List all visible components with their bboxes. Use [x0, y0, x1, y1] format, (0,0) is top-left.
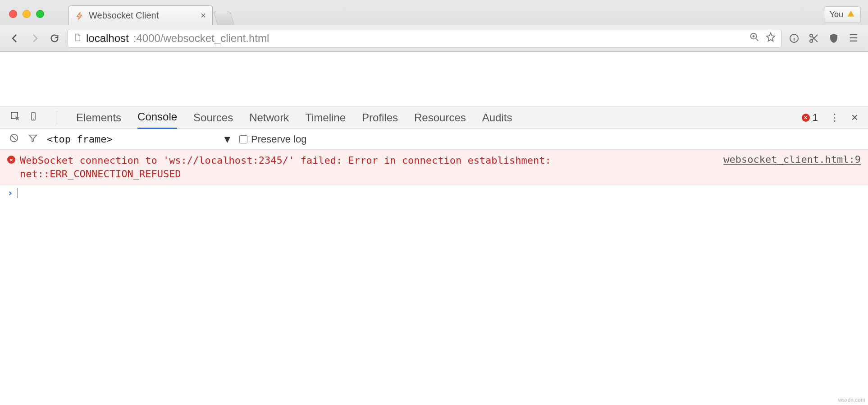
window-controls — [9, 10, 44, 18]
zoom-icon[interactable] — [749, 32, 759, 45]
tab-title: Websocket Client — [89, 10, 159, 21]
dropdown-caret-icon: ▼ — [224, 133, 230, 145]
devtools-tab-elements[interactable]: Elements — [76, 107, 121, 129]
divider — [57, 111, 57, 124]
console-error-source[interactable]: websocket_client.html:9 — [723, 154, 861, 165]
preserve-log-checkbox[interactable] — [239, 135, 247, 143]
browser-tab[interactable]: Websocket Client × — [69, 5, 213, 25]
prompt-caret-icon: › — [7, 187, 13, 198]
new-tab-button[interactable] — [213, 12, 235, 25]
devtools-tab-profiles[interactable]: Profiles — [362, 107, 398, 129]
svg-point-3 — [810, 40, 813, 42]
frame-selector-label: <top frame> — [47, 133, 113, 145]
profile-button[interactable]: You — [824, 6, 861, 23]
console-output: × WebSocket connection to 'ws://localhos… — [0, 150, 868, 404]
text-cursor — [18, 188, 18, 198]
tab-strip: Websocket Client × You — [0, 0, 868, 25]
console-error-row[interactable]: × WebSocket connection to 'ws://localhos… — [0, 150, 868, 184]
clear-console-icon[interactable] — [9, 133, 19, 146]
page-viewport — [0, 52, 868, 106]
devtools-tab-audits[interactable]: Audits — [482, 107, 512, 129]
devtools-tab-resources[interactable]: Resources — [414, 107, 466, 129]
devtools-tab-sources[interactable]: Sources — [193, 107, 233, 129]
extension-icons: ☰ — [788, 32, 860, 45]
omnibox-actions — [749, 32, 776, 45]
inspect-element-icon[interactable] — [10, 111, 21, 124]
window-close-button[interactable] — [9, 10, 17, 18]
browser-chrome: Websocket Client × You localhost:4000/we… — [0, 0, 868, 52]
frame-selector[interactable]: <top frame> ▼ — [47, 133, 230, 145]
tab-close-icon[interactable]: × — [201, 10, 206, 21]
error-count-badge[interactable]: × 1 — [802, 112, 818, 124]
devtools-close-icon[interactable]: × — [851, 110, 858, 124]
console-prompt[interactable]: › — [0, 184, 868, 201]
devtools-tab-console[interactable]: Console — [137, 106, 177, 129]
url-path: :4000/websocket_client.html — [133, 32, 270, 45]
browser-toolbar: localhost:4000/websocket_client.html ☰ — [0, 25, 868, 51]
error-count: 1 — [813, 112, 818, 124]
warning-icon — [847, 9, 855, 20]
address-bar[interactable]: localhost:4000/websocket_client.html — [68, 29, 781, 48]
window-maximize-button[interactable] — [36, 10, 44, 18]
ublock-shield-icon[interactable] — [827, 32, 840, 45]
svg-point-2 — [810, 34, 813, 37]
file-icon — [73, 33, 82, 44]
watermark: wsxdn.com — [838, 397, 865, 403]
scissors-icon[interactable] — [808, 32, 820, 45]
info-circle-icon[interactable] — [788, 32, 800, 45]
profile-label: You — [830, 10, 843, 19]
browser-menu-icon[interactable]: ☰ — [847, 32, 860, 45]
device-toolbar-icon[interactable] — [29, 111, 38, 124]
reload-button[interactable] — [48, 32, 61, 45]
console-toolbar: <top frame> ▼ Preserve log — [0, 129, 868, 150]
preserve-log-label: Preserve log — [251, 133, 307, 145]
error-icon: × — [7, 156, 15, 164]
back-button[interactable] — [8, 32, 22, 45]
preserve-log-toggle[interactable]: Preserve log — [239, 133, 307, 145]
devtools-tab-timeline[interactable]: Timeline — [305, 107, 346, 129]
devtools-panel: Elements Console Sources Network Timelin… — [0, 106, 868, 404]
devtools-tab-network[interactable]: Network — [249, 107, 289, 129]
window-minimize-button[interactable] — [23, 10, 31, 18]
error-circle-icon: × — [802, 114, 810, 122]
devtools-menu-icon[interactable]: ⋮ — [830, 112, 840, 124]
devtools-tabbar: Elements Console Sources Network Timelin… — [0, 106, 868, 129]
forward-button[interactable] — [28, 32, 41, 45]
url-host: localhost — [86, 32, 129, 45]
filter-icon[interactable] — [28, 133, 38, 146]
lightning-icon — [75, 11, 84, 20]
bookmark-star-icon[interactable] — [766, 32, 776, 45]
console-error-text: WebSocket connection to 'ws://localhost:… — [20, 154, 711, 180]
